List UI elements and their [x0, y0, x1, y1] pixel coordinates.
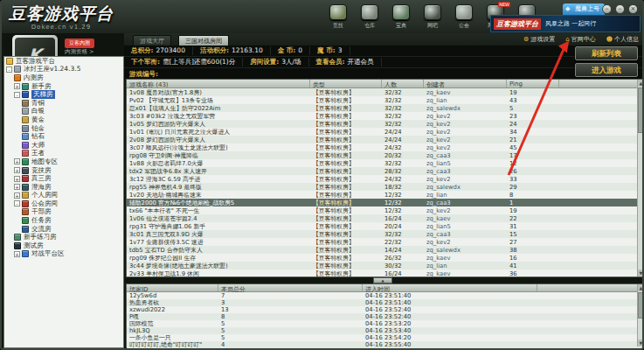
title-bar: 豆客游戏平台 Dokee.cn v1.29 竞技仓库宝典网吧公会NEW风暴战对战…	[2, 2, 642, 33]
tree-expander-icon[interactable]: +	[14, 83, 20, 89]
game-cell: 38	[507, 247, 559, 254]
game-cell: 15	[507, 231, 559, 238]
player-row[interactable]: 国际模范504-16 23:53:20	[127, 320, 643, 327]
site-center-link[interactable]: ⌂官网中心	[565, 35, 595, 44]
minimize-button[interactable]: –	[602, 4, 612, 14]
titlebar-icon-仓库[interactable]: 仓库	[358, 4, 381, 30]
game-cell: 19	[507, 207, 559, 214]
tree-item-冰封王座v1.24.3.5[interactable]: -冰封王座v1.24.3.5	[4, 66, 123, 74]
game-cell: 33	[507, 176, 559, 183]
room-icon	[14, 242, 21, 249]
player-cell: 3	[218, 299, 363, 306]
profile-link[interactable]: ☻个人信息	[606, 35, 639, 44]
game-table-scrollbar[interactable]: ▲ ▼	[637, 80, 643, 276]
tree-item-测试房[interactable]: 测试房	[4, 242, 123, 250]
tree-item-label: 钻石	[31, 132, 45, 141]
tree-expander-icon[interactable]: -	[14, 200, 20, 206]
stat-房间设置: 房间设置:3人/场	[243, 58, 308, 66]
stat-value: 12163.10	[232, 46, 263, 54]
scroll-down-icon[interactable]: ▼	[638, 270, 644, 276]
tree-item-真三房[interactable]: +真三房	[4, 174, 123, 183]
titlebar-icon-宝典[interactable]: 宝典	[390, 4, 412, 30]
restore-button[interactable]: –	[615, 4, 625, 14]
game-cell: 32/32	[382, 231, 424, 238]
tree-item-对战平台区[interactable]: +对战平台区	[4, 250, 123, 259]
tree-item-天梯房[interactable]: -天梯房	[4, 90, 123, 99]
game-cell: 26	[507, 168, 559, 175]
tree-expander-icon[interactable]: +	[14, 158, 20, 164]
tree-item-label: 个人房间	[31, 191, 58, 200]
tree-item-竞技房[interactable]: +竞技房	[4, 166, 123, 175]
tree-expander-icon[interactable]: +	[14, 192, 20, 199]
tree-item-内测房[interactable]: 内测房	[4, 74, 123, 82]
tree-expander-icon[interactable]: -	[14, 92, 20, 98]
titlebar-icon-公会[interactable]: 公会	[453, 4, 475, 30]
tree-item-个人房间[interactable]: +个人房间	[4, 192, 123, 200]
game-cell: 30/32	[382, 262, 424, 270]
tree-expander-icon[interactable]: -	[6, 66, 12, 73]
game-table-body: 1v08 魔兽对战(官方1.8房)【豆客特权房】32/32zq_kaev19Pv…	[127, 88, 643, 277]
tree-item-澄海房[interactable]: +澄海房	[4, 183, 123, 192]
tree-expander-icon[interactable]: +	[14, 251, 20, 257]
enter-game-button[interactable]: 进入游戏	[575, 63, 638, 77]
player-row[interactable]: 热血勇者砍304-16 23:51:40	[127, 299, 643, 306]
tree-item-大师[interactable]: 大师	[4, 141, 123, 150]
tree-item-任务房[interactable]: 任务房	[4, 216, 123, 225]
tree-expander-icon[interactable]: +	[14, 184, 20, 190]
room-icon	[22, 226, 29, 233]
game-cell: 14/24	[382, 247, 424, 254]
tree-expander-icon[interactable]: +	[14, 167, 20, 173]
tree-item-新手练习房[interactable]: 新手练习房	[4, 233, 123, 242]
tree-item-黄金[interactable]: 黄金	[4, 116, 123, 124]
room-icon	[22, 83, 29, 90]
tab-lobby[interactable]: 游戏大厅	[133, 35, 171, 46]
close-button[interactable]: ×	[628, 4, 638, 14]
scroll-up-icon[interactable]: ▲	[638, 284, 644, 291]
tree-item-label: 新手房	[31, 82, 52, 91]
scroll-thumb[interactable]	[638, 88, 644, 133]
player-cell: 04-16 23:53:40	[363, 327, 537, 334]
tree-item-交流房[interactable]: 交流房	[4, 225, 123, 234]
beta-badge[interactable]: 豆客内测	[65, 38, 94, 48]
tree-item-新手房[interactable]: +新手房	[4, 82, 123, 91]
tree-item-钻石[interactable]: 钻石	[4, 132, 123, 141]
game-cell: zq_kev2	[424, 176, 507, 183]
game-cell: 23	[507, 113, 559, 120]
tree-item-铂金[interactable]: 铂金	[4, 124, 123, 133]
scroll-thumb[interactable]	[638, 292, 644, 318]
tree-item-豆客游戏平台[interactable]: 豆客游戏平台	[4, 57, 123, 66]
player-row[interactable]: 叮叮叮叮叮,绝命"叮叮叮叮"404-16 23:55:40	[127, 341, 643, 348]
titlebar-icon-网吧[interactable]: 网吧	[421, 4, 444, 30]
tree-item-干部房[interactable]: 干部房	[4, 208, 123, 217]
tree-item-青铜[interactable]: 青铜	[4, 99, 123, 108]
ad-banner-slogan: 风暴之路 一起同行	[545, 19, 596, 28]
titlebar-icon-竞技[interactable]: 竞技	[327, 4, 350, 30]
scroll-up-icon[interactable]: ▲	[638, 80, 644, 87]
new-badge: NEW	[498, 2, 510, 7]
splitter-button[interactable]: ▲	[373, 277, 392, 284]
game-cell: 36	[507, 270, 559, 277]
game-cell: 8	[507, 192, 559, 199]
tab-sanguo-rooms[interactable]: 三国对战房间	[178, 35, 229, 46]
tree-item-label: 青铜	[31, 99, 45, 108]
ad-banner[interactable]: 豆客游戏平台 风暴之路 一起同行	[490, 15, 641, 32]
tree-item-地图专区[interactable]: +地图专区	[4, 158, 123, 166]
player-table-scrollbar[interactable]: ▲ ▼	[637, 284, 643, 346]
game-settings-link[interactable]: ⚙游戏设置	[523, 35, 555, 44]
tree-expander-icon[interactable]: +	[14, 176, 20, 182]
refresh-list-button[interactable]: 刷新列表	[575, 46, 638, 60]
game-row[interactable]: 2v33 羊村保卫战1.9 休闲【豆客特权房】16/24zq_kaev36	[127, 270, 643, 277]
tree-item-白银[interactable]: 白银	[4, 108, 123, 116]
window-controls: ––×	[602, 4, 638, 14]
room-icon	[22, 133, 29, 140]
room-icon	[22, 91, 29, 98]
game-cell: zq_kev2	[424, 136, 507, 144]
tree-item-label: 王者	[31, 149, 45, 158]
game-cell: 16/24	[382, 215, 424, 222]
tree-item-label: 澄海房	[31, 183, 52, 192]
game-cell: 28/32	[382, 168, 424, 175]
tree-item-公会房间[interactable]: -公会房间	[4, 200, 123, 208]
scroll-down-icon[interactable]: ▼	[638, 340, 644, 346]
tree-item-王者[interactable]: 王者	[4, 150, 123, 158]
wow-login-tab[interactable]: 魔兽上号	[563, 4, 605, 15]
